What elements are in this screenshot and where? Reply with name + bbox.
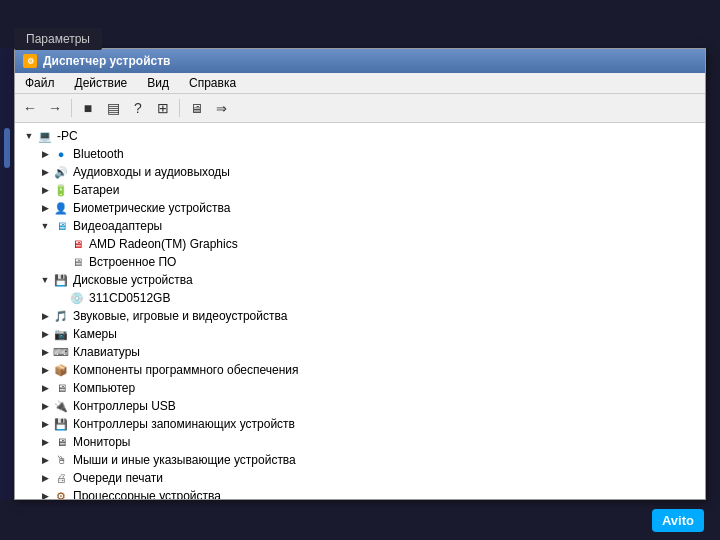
monitor-icon: 🖥 <box>53 434 69 450</box>
toolbar-separator-1 <box>71 99 72 117</box>
tree-camera[interactable]: ▶ 📷 Камеры <box>15 325 705 343</box>
builtin-label: Встроенное ПО <box>89 255 176 269</box>
expand-builtin-icon <box>55 256 67 268</box>
disk-item-icon: 💿 <box>69 290 85 306</box>
expand-camera-icon: ▶ <box>39 328 51 340</box>
sound-label: Звуковые, игровые и видеоустройства <box>73 309 287 323</box>
toolbar-update-button[interactable]: ⇒ <box>210 97 232 119</box>
toolbar: ← → ■ ▤ ? ⊞ 🖥 ⇒ <box>15 94 705 123</box>
print-label: Очереди печати <box>73 471 163 485</box>
tree-storage[interactable]: ▶ 💾 Контроллеры запоминающих устройств <box>15 415 705 433</box>
expand-processor-icon: ▶ <box>39 490 51 499</box>
parametry-label: Параметры <box>26 32 90 46</box>
avito-badge: Avito <box>652 509 704 532</box>
expand-video-icon: ▼ <box>39 220 51 232</box>
pc-label: -PC <box>57 129 78 143</box>
tree-root-pc[interactable]: ▼ 💻 -PC <box>15 127 705 145</box>
computer-icon: 🖥 <box>53 380 69 396</box>
usb-label: Контроллеры USB <box>73 399 176 413</box>
toolbar-tree-button[interactable]: ⊞ <box>152 97 174 119</box>
expand-amd-icon <box>55 238 67 250</box>
title-icon-glyph: ⚙ <box>27 57 34 66</box>
monitor-label: Мониторы <box>73 435 130 449</box>
expand-computer-icon: ▶ <box>39 382 51 394</box>
menu-file[interactable]: Файл <box>15 73 65 93</box>
keyboard-label: Клавиатуры <box>73 345 140 359</box>
audio-label: Аудиовходы и аудиовыходы <box>73 165 230 179</box>
expand-mouse-icon: ▶ <box>39 454 51 466</box>
processor-label: Процессорные устройства <box>73 489 221 499</box>
tree-keyboard[interactable]: ▶ ⌨ Клавиатуры <box>15 343 705 361</box>
toolbar-scan-button[interactable]: 🖥 <box>185 97 207 119</box>
menu-help[interactable]: Справка <box>179 73 246 93</box>
keyboard-icon: ⌨ <box>53 344 69 360</box>
software-icon: 📦 <box>53 362 69 378</box>
expand-print-icon: ▶ <box>39 472 51 484</box>
device-manager-window: ⚙ Диспетчер устройств Файл Действие Вид … <box>14 48 706 500</box>
tree-monitor[interactable]: ▶ 🖥 Мониторы <box>15 433 705 451</box>
expand-usb-icon: ▶ <box>39 400 51 412</box>
tree-builtin[interactable]: 🖥 Встроенное ПО <box>15 253 705 271</box>
tree-biometric[interactable]: ▶ 👤 Биометрические устройства <box>15 199 705 217</box>
sidebar-indicator <box>4 128 10 168</box>
title-bar: ⚙ Диспетчер устройств <box>15 49 705 73</box>
expand-disk-item-icon <box>55 292 67 304</box>
video-icon: 🖥 <box>53 218 69 234</box>
pc-icon: 💻 <box>37 128 53 144</box>
tree-software[interactable]: ▶ 📦 Компоненты программного обеспечения <box>15 361 705 379</box>
amd-icon: 🖥 <box>69 236 85 252</box>
mouse-label: Мыши и иные указывающие устройства <box>73 453 296 467</box>
menu-action[interactable]: Действие <box>65 73 138 93</box>
tree-print[interactable]: ▶ 🖨 Очереди печати <box>15 469 705 487</box>
tree-sound[interactable]: ▶ 🎵 Звуковые, игровые и видеоустройства <box>15 307 705 325</box>
bluetooth-label: Bluetooth <box>73 147 124 161</box>
tree-mouse[interactable]: ▶ 🖱 Мыши и иные указывающие устройства <box>15 451 705 469</box>
tree-disk[interactable]: ▼ 💾 Дисковые устройства <box>15 271 705 289</box>
bluetooth-icon: ● <box>53 146 69 162</box>
storage-label: Контроллеры запоминающих устройств <box>73 417 295 431</box>
left-sidebar <box>0 48 14 500</box>
tree-amd[interactable]: 🖥 AMD Radeon(TM) Graphics <box>15 235 705 253</box>
toolbar-separator-2 <box>179 99 180 117</box>
tree-computer[interactable]: ▶ 🖥 Компьютер <box>15 379 705 397</box>
toolbar-properties-button[interactable]: ■ <box>77 97 99 119</box>
menu-view[interactable]: Вид <box>137 73 179 93</box>
title-icon: ⚙ <box>23 54 37 68</box>
avito-label: Avito <box>662 513 694 528</box>
expand-keyboard-icon: ▶ <box>39 346 51 358</box>
software-label: Компоненты программного обеспечения <box>73 363 299 377</box>
mouse-icon: 🖱 <box>53 452 69 468</box>
amd-label: AMD Radeon(TM) Graphics <box>89 237 238 251</box>
disk-icon: 💾 <box>53 272 69 288</box>
battery-icon: 🔋 <box>53 182 69 198</box>
toolbar-back-button[interactable]: ← <box>19 97 41 119</box>
expand-disk-icon: ▼ <box>39 274 51 286</box>
menu-bar: Файл Действие Вид Справка <box>15 73 705 94</box>
biometric-label: Биометрические устройства <box>73 201 230 215</box>
biometric-icon: 👤 <box>53 200 69 216</box>
disk-label: Дисковые устройства <box>73 273 193 287</box>
device-tree: ▼ 💻 -PC ▶ ● Bluetooth ▶ 🔊 Аудиовходы и а… <box>15 123 705 499</box>
expand-monitor-icon: ▶ <box>39 436 51 448</box>
tree-processor[interactable]: ▶ ⚙ Процессорные устройства <box>15 487 705 499</box>
expand-sound-icon: ▶ <box>39 310 51 322</box>
toolbar-help-button[interactable]: ? <box>127 97 149 119</box>
tree-battery[interactable]: ▶ 🔋 Батареи <box>15 181 705 199</box>
builtin-icon: 🖥 <box>69 254 85 270</box>
usb-icon: 🔌 <box>53 398 69 414</box>
tree-bluetooth[interactable]: ▶ ● Bluetooth <box>15 145 705 163</box>
computer-label: Компьютер <box>73 381 135 395</box>
disk-item-label: 311CD0512GB <box>89 291 170 305</box>
expand-storage-icon: ▶ <box>39 418 51 430</box>
tree-disk-item[interactable]: 💿 311CD0512GB <box>15 289 705 307</box>
parametry-bar: Параметры <box>14 28 102 50</box>
tree-usb[interactable]: ▶ 🔌 Контроллеры USB <box>15 397 705 415</box>
tree-audio[interactable]: ▶ 🔊 Аудиовходы и аудиовыходы <box>15 163 705 181</box>
expand-battery-icon: ▶ <box>39 184 51 196</box>
tree-video[interactable]: ▼ 🖥 Видеоадаптеры <box>15 217 705 235</box>
audio-icon: 🔊 <box>53 164 69 180</box>
camera-icon: 📷 <box>53 326 69 342</box>
toolbar-forward-button[interactable]: → <box>44 97 66 119</box>
expand-audio-icon: ▶ <box>39 166 51 178</box>
toolbar-driver-button[interactable]: ▤ <box>102 97 124 119</box>
